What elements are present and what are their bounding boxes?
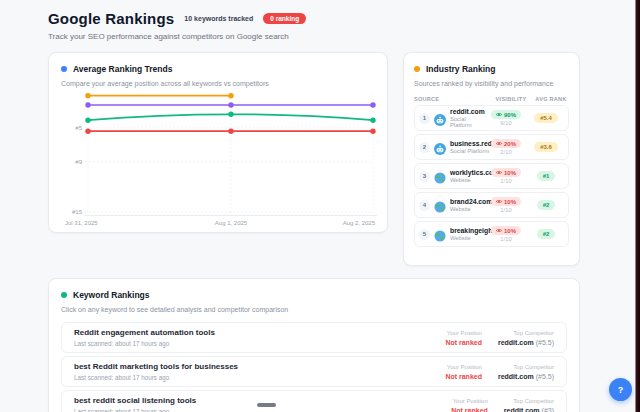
your-position-label: Your Position <box>447 330 482 336</box>
top-competitor-value: reddit.com (#5.5) <box>498 339 554 346</box>
industry-card-subtitle: Sources ranked by visibility and perform… <box>414 80 569 87</box>
eye-icon <box>496 170 502 175</box>
visibility-score: 2/10 <box>500 149 511 155</box>
visibility-badge: 90% <box>491 110 521 119</box>
top-competitor-value: reddit.com (#3) <box>504 407 554 412</box>
eye-icon <box>496 199 502 204</box>
trends-card-title: Average Ranking Trends <box>73 64 172 74</box>
green-dot-icon <box>61 292 67 298</box>
svg-text:#9: #9 <box>75 159 82 165</box>
rank-number: 4 <box>419 200 430 211</box>
your-position-value: Not ranked <box>451 407 488 412</box>
keyword-row[interactable]: Reddit engagement automation tools Last … <box>61 322 567 353</box>
svg-text:#5: #5 <box>75 125 82 131</box>
keyword-text: best Reddit marketing tools for business… <box>74 362 238 371</box>
your-position-value: Not ranked <box>445 339 482 346</box>
keywords-card-title: Keyword Rankings <box>73 290 150 300</box>
avg-rank-badge: #2 <box>537 229 556 239</box>
keyword-text: Reddit engagement automation tools <box>74 328 215 337</box>
reddit-icon <box>434 112 446 124</box>
ranking-trends-chart[interactable]: #5#9#15Jul 31, 2025Aug 1, 2025Aug 2, 202… <box>61 93 377 233</box>
last-scanned-text: Last scanned: about 17 hours ago <box>74 340 215 347</box>
rank-number: 3 <box>419 171 430 182</box>
svg-text:Aug 2, 2025: Aug 2, 2025 <box>343 220 376 226</box>
keyword-rankings-card: Keyword Rankings Click on any keyword to… <box>48 278 580 412</box>
rank-number: 1 <box>419 113 430 124</box>
rank-number: 5 <box>419 229 430 240</box>
svg-text:Jul 31, 2025: Jul 31, 2025 <box>65 220 98 226</box>
last-scanned-text: Last scanned: about 17 hours ago <box>74 374 238 381</box>
avg-rank-badge: #2 <box>537 200 556 210</box>
window-edge <box>635 0 640 412</box>
avg-rank-badge: #1 <box>537 171 556 181</box>
your-position-label: Your Position <box>447 364 482 370</box>
column-avg-rank: AVG RANK <box>533 96 569 102</box>
average-ranking-trends-card: Average Ranking Trends Compare your aver… <box>48 52 388 233</box>
industry-source-row[interactable]: 4 brand24.com Website 10% 1/10 #2 <box>414 192 569 218</box>
column-source: SOURCE <box>414 96 489 102</box>
visibility-badge: 20% <box>491 139 521 148</box>
visibility-score: 1/10 <box>500 207 511 213</box>
keyword-text: best reddit social listening tools <box>74 396 196 405</box>
eye-icon <box>496 112 502 117</box>
page-header: Google Rankings 10 keywords tracked 0 ra… <box>48 10 580 41</box>
globe-icon <box>434 199 446 211</box>
source-type: Social Platform <box>450 116 485 128</box>
reddit-icon <box>434 141 446 153</box>
visibility-badge: 10% <box>491 197 521 206</box>
industry-card-title: Industry Ranking <box>426 64 495 74</box>
column-visibility: VISIBILITY <box>489 96 533 102</box>
visibility-badge: 10% <box>491 168 521 177</box>
blue-dot-icon <box>61 66 67 72</box>
help-button[interactable]: ? <box>609 378 632 401</box>
your-position-value: Not ranked <box>445 373 482 380</box>
avg-rank-badge: #5.4 <box>534 113 558 123</box>
top-competitor-value: reddit.com (#5.5) <box>498 373 554 380</box>
trends-card-subtitle: Compare your average position across all… <box>61 80 375 87</box>
keywords-tracked-count: 10 keywords tracked <box>184 15 253 22</box>
industry-source-row[interactable]: 5 breakingeighty.com Website 10% 1/10 #2 <box>414 221 569 247</box>
globe-icon <box>434 170 446 182</box>
eye-icon <box>496 141 502 146</box>
visibility-score: 9/10 <box>500 120 511 126</box>
svg-text:#15: #15 <box>72 209 83 215</box>
industry-ranking-card: Industry Ranking Sources ranked by visib… <box>403 52 580 266</box>
visibility-badge: 10% <box>491 226 521 235</box>
source-name: reddit.com <box>450 108 485 115</box>
top-competitor-label: Top Competitor <box>513 330 554 336</box>
horizontal-scrollbar-thumb[interactable] <box>257 403 276 407</box>
industry-source-row[interactable]: 3 worklytics.co Website 10% 1/10 #1 <box>414 163 569 189</box>
orange-dot-icon <box>414 66 420 72</box>
keyword-row[interactable]: best Reddit marketing tools for business… <box>61 356 567 387</box>
industry-column-headers: SOURCE VISIBILITY AVG RANK <box>414 96 569 102</box>
industry-source-row[interactable]: 2 business.reddit.com Social Platform 20… <box>414 134 569 160</box>
top-competitor-label: Top Competitor <box>513 364 554 370</box>
eye-icon <box>496 228 502 233</box>
keywords-card-subtitle: Click on any keyword to see detailed ana… <box>61 306 567 313</box>
ranking-count-badge: 0 ranking <box>263 13 306 24</box>
avg-rank-badge: #3.6 <box>534 142 558 152</box>
rank-number: 2 <box>419 142 430 153</box>
svg-text:Aug 1, 2025: Aug 1, 2025 <box>215 220 248 226</box>
keyword-row[interactable]: best reddit social listening tools Last … <box>61 390 567 412</box>
your-position-label: Your Position <box>453 398 488 404</box>
industry-source-row[interactable]: 1 reddit.com Social Platform 90% 9/10 #5… <box>414 105 569 131</box>
page-subtitle: Track your SEO performance against compe… <box>48 32 580 41</box>
globe-icon <box>434 228 446 240</box>
visibility-score: 1/10 <box>500 178 511 184</box>
page-title: Google Rankings <box>48 10 174 27</box>
last-scanned-text: Last scanned: about 17 hours ago <box>74 408 196 412</box>
visibility-score: 1/10 <box>500 236 511 242</box>
top-competitor-label: Top Competitor <box>513 398 554 404</box>
